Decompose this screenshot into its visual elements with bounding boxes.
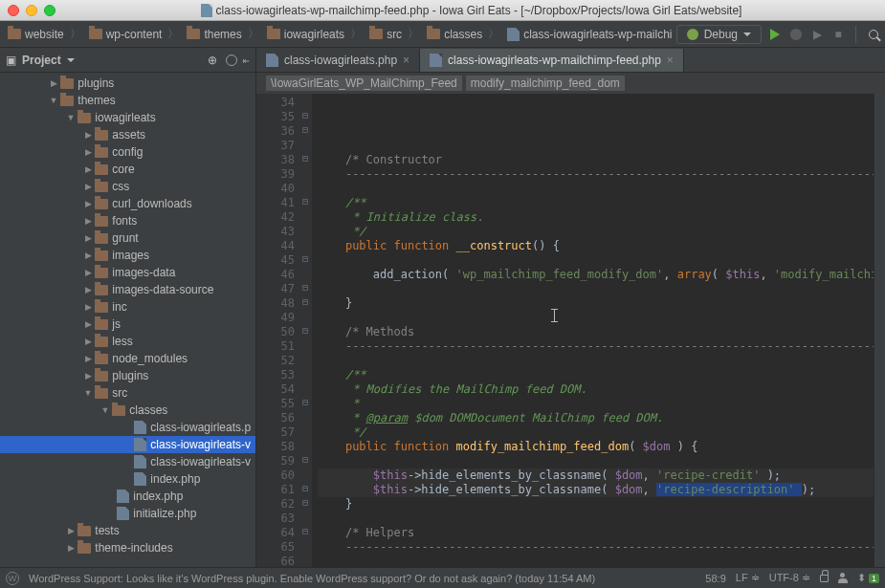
tree-arrow[interactable]: ▶ bbox=[82, 371, 94, 381]
code-line[interactable]: */ bbox=[318, 425, 874, 440]
breadcrumb-item[interactable]: themes〉 bbox=[183, 24, 262, 44]
line-number[interactable]: 43 bbox=[256, 225, 295, 239]
fold-toggle[interactable]: ⊟ bbox=[299, 251, 312, 266]
code-line[interactable] bbox=[318, 555, 874, 567]
tree-arrow[interactable]: ▶ bbox=[65, 526, 77, 535]
line-number[interactable]: 38 bbox=[256, 153, 295, 167]
editor-tab[interactable]: class-iowagirleats-wp-mailchimp-feed.php… bbox=[420, 49, 684, 72]
code-line[interactable]: ----------------------------------------… bbox=[318, 540, 874, 555]
line-number[interactable]: 35 bbox=[256, 110, 295, 124]
editor-breadcrumbs[interactable]: \IowaGirlEats_WP_MailChimp_Feed modify_m… bbox=[256, 73, 885, 94]
namespace-crumb[interactable]: \IowaGirlEats_WP_MailChimp_Feed bbox=[266, 76, 462, 91]
error-stripe[interactable] bbox=[874, 94, 885, 567]
tree-arrow[interactable]: ▼ bbox=[100, 405, 111, 415]
breadcrumb-item[interactable]: website〉 bbox=[4, 24, 85, 44]
caret-position[interactable]: 58:9 bbox=[705, 573, 725, 584]
coverage-button[interactable]: ▶ bbox=[809, 27, 825, 42]
editor-tab[interactable]: class-iowagirleats.php× bbox=[256, 49, 420, 72]
line-number[interactable]: 40 bbox=[256, 182, 295, 196]
tree-folder[interactable]: ▶ core bbox=[0, 161, 255, 178]
code-line[interactable]: ----------------------------------------… bbox=[318, 339, 874, 354]
code-line[interactable]: */ bbox=[318, 225, 874, 239]
debug-button[interactable] bbox=[788, 27, 804, 42]
line-number[interactable]: 55 bbox=[256, 397, 295, 411]
file-encoding[interactable]: UTF-8 bbox=[769, 572, 799, 583]
code-line[interactable] bbox=[318, 512, 874, 526]
tree-arrow[interactable]: ▼ bbox=[65, 113, 77, 122]
tree-folder[interactable]: ▶ images-data bbox=[0, 264, 255, 281]
line-number[interactable]: 59 bbox=[256, 454, 295, 468]
tree-arrow[interactable]: ▶ bbox=[82, 233, 94, 243]
line-number[interactable]: 65 bbox=[256, 540, 295, 555]
tree-file[interactable]: class-iowagirleats.p bbox=[0, 419, 255, 436]
tree-folder[interactable]: ▶ theme-includes bbox=[0, 539, 255, 556]
tree-arrow[interactable]: ▼ bbox=[82, 388, 94, 398]
inspector-icon[interactable] bbox=[838, 573, 848, 583]
line-number[interactable]: 57 bbox=[256, 425, 295, 440]
breadcrumb-item[interactable]: classes〉 bbox=[423, 24, 503, 44]
line-number[interactable]: 61 bbox=[256, 483, 295, 497]
fold-toggle[interactable]: ⊟ bbox=[299, 194, 312, 208]
line-number[interactable]: 34 bbox=[256, 96, 295, 110]
code-line[interactable]: $this->hide_elements_by_classname( $dom,… bbox=[318, 468, 874, 483]
line-number[interactable]: 49 bbox=[256, 311, 295, 325]
gear-icon[interactable] bbox=[226, 54, 237, 66]
tree-folder[interactable]: ▶ grunt bbox=[0, 229, 255, 247]
line-number[interactable]: 52 bbox=[256, 354, 295, 368]
project-tree[interactable]: ▶ plugins▼ themes▼ iowagirleats▶ assets▶… bbox=[0, 73, 255, 567]
tree-folder[interactable]: ▶ images bbox=[0, 247, 255, 264]
line-number[interactable]: 56 bbox=[256, 411, 295, 425]
line-number[interactable]: 63 bbox=[256, 512, 295, 526]
code-line[interactable]: add_action( 'wp_mailchimp_feed_modify_do… bbox=[318, 268, 874, 282]
line-number[interactable]: 58 bbox=[256, 440, 295, 454]
fold-toggle[interactable]: ⊟ bbox=[299, 323, 312, 338]
collapse-icon[interactable]: ⇤ bbox=[243, 54, 250, 67]
tree-arrow[interactable]: ▶ bbox=[82, 199, 94, 208]
function-crumb[interactable]: modify_mailchimp_feed_dom bbox=[466, 76, 625, 91]
tree-folder[interactable]: ▶ images-data-source bbox=[0, 281, 255, 298]
chevron-down-icon[interactable] bbox=[67, 58, 75, 62]
tree-folder[interactable]: ▼ classes bbox=[0, 402, 255, 419]
code-line[interactable]: /** bbox=[318, 196, 874, 210]
lock-icon[interactable] bbox=[820, 575, 829, 582]
fold-toggle[interactable]: ⊟ bbox=[299, 122, 312, 137]
line-number[interactable]: 60 bbox=[256, 468, 295, 483]
tree-arrow[interactable]: ▶ bbox=[82, 147, 94, 157]
line-number[interactable]: 45 bbox=[256, 253, 295, 268]
line-ending[interactable]: LF bbox=[736, 572, 748, 583]
minimize-window-button[interactable] bbox=[26, 5, 37, 16]
code-line[interactable]: /* Constructor bbox=[318, 153, 874, 167]
fold-toggle[interactable]: ⊟ bbox=[299, 294, 312, 309]
zoom-window-button[interactable] bbox=[44, 5, 55, 16]
fold-toggle[interactable]: ⊟ bbox=[299, 452, 312, 467]
tree-folder[interactable]: ▶ config bbox=[0, 143, 255, 161]
line-number[interactable]: 42 bbox=[256, 210, 295, 225]
tree-arrow[interactable]: ▶ bbox=[82, 250, 94, 260]
run-button[interactable] bbox=[767, 27, 783, 42]
project-tool-header[interactable]: ▣ Project ⊕ ⇤ bbox=[0, 48, 255, 73]
fold-toggle[interactable]: ⊟ bbox=[299, 395, 312, 409]
code-line[interactable] bbox=[318, 139, 874, 153]
fold-toggle[interactable]: ⊟ bbox=[299, 151, 312, 165]
tree-arrow[interactable]: ▶ bbox=[65, 543, 77, 553]
fold-toggle[interactable]: ⊟ bbox=[299, 280, 312, 294]
line-number[interactable]: 50 bbox=[256, 325, 295, 339]
tree-folder[interactable]: ▶ css bbox=[0, 178, 255, 195]
code-line[interactable]: public function modify_mailchimp_feed_do… bbox=[318, 440, 874, 454]
code-editor[interactable]: /* Constructor -------------------------… bbox=[312, 94, 874, 567]
tree-arrow[interactable]: ▶ bbox=[48, 78, 59, 88]
tree-arrow[interactable]: ▶ bbox=[82, 354, 94, 363]
tree-file[interactable]: index.php bbox=[0, 470, 255, 488]
stop-button[interactable]: ■ bbox=[830, 27, 846, 42]
code-line[interactable] bbox=[318, 454, 874, 468]
code-line[interactable]: /* Helpers bbox=[318, 526, 874, 540]
tree-arrow[interactable]: ▶ bbox=[82, 337, 94, 346]
close-icon[interactable]: × bbox=[403, 54, 409, 67]
tree-folder[interactable]: ▶ less bbox=[0, 333, 255, 350]
code-line[interactable]: /* Methods bbox=[318, 325, 874, 339]
tree-arrow[interactable]: ▶ bbox=[82, 164, 94, 174]
code-line[interactable]: /** bbox=[318, 368, 874, 382]
line-number[interactable]: 39 bbox=[256, 167, 295, 182]
tree-folder[interactable]: ▶ fonts bbox=[0, 212, 255, 229]
tree-folder[interactable]: ▼ src bbox=[0, 384, 255, 402]
